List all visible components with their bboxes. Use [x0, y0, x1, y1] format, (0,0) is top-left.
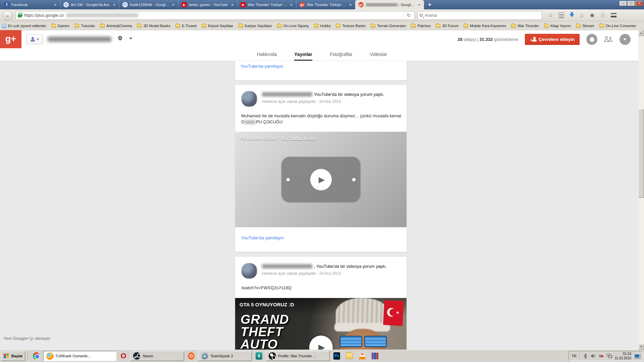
task-teamspeak[interactable]: TeamSpeak 3 — [198, 351, 252, 361]
tab-videolar[interactable]: Videolar — [370, 48, 387, 61]
bookmark-folder[interactable]: On-Line Sipariş — [277, 24, 309, 28]
notifications-button[interactable] — [586, 34, 597, 45]
youtube-video-thumbnail[interactable]: ★ GRAND THEFT AUTO GTA 5 OYNUYORUZ :D ▶ — [235, 298, 407, 350]
tray-clock[interactable]: 01:24 11.02.2016 — [615, 352, 631, 361]
device-error-icon[interactable] — [599, 353, 604, 359]
bookmark-most-visited[interactable]: En çok ziyaret edilenler — [2, 24, 46, 28]
video-title: GTA 5 OYNUYORUZ :D — [239, 302, 294, 307]
people-button[interactable] — [604, 36, 613, 42]
views-count: 31.332 — [479, 37, 493, 42]
chevron-down-icon[interactable] — [129, 38, 132, 41]
tab-google-search-1[interactable]: G AH-1W - Google'da Ara × — [60, 0, 119, 9]
bookmark-folder[interactable]: Games — [51, 24, 69, 28]
bookmark-folder[interactable]: Hobby — [314, 24, 331, 28]
profile-avatar-dropdown[interactable] — [26, 34, 43, 44]
bookmark-folder[interactable]: E-Ticaret — [175, 24, 197, 28]
tab-close-icon[interactable]: × — [290, 3, 293, 7]
play-button[interactable]: ▶ — [310, 169, 332, 190]
bookmark-folder[interactable]: Stream — [576, 24, 594, 28]
bookmark-folder[interactable]: Anime&Cinema — [100, 24, 132, 28]
scroll-down-arrow[interactable]: ▼ — [638, 344, 644, 350]
tab-youtube-1[interactable]: ▶ tankçı gamer - YouTube × — [178, 0, 237, 9]
vlc-launcher[interactable] — [357, 351, 368, 361]
opera-icon: O — [120, 352, 126, 360]
menu-icon[interactable] — [611, 13, 616, 17]
tab-close-icon[interactable]: × — [172, 3, 175, 7]
bookmark-folder[interactable]: Tutorials — [74, 24, 95, 28]
tab-close-icon[interactable]: × — [113, 3, 116, 7]
maximize-button[interactable]: □ — [628, 1, 635, 6]
hangouts-button[interactable]: ❞ — [620, 34, 631, 45]
chat-smiley-icon[interactable]: ☻ — [589, 12, 595, 18]
display-tray-icon[interactable] — [634, 354, 640, 358]
bookmark-folder[interactable]: Texture Banks — [336, 24, 366, 28]
avatar[interactable] — [241, 91, 257, 107]
reload-icon[interactable]: ↻ — [404, 12, 412, 18]
tab-googleplus-warthunder[interactable]: g+ War Thunder Türkiye - Google+ × — [296, 0, 355, 9]
tab-close-icon[interactable]: × — [54, 3, 57, 7]
avatar[interactable] — [241, 263, 257, 279]
start-button[interactable]: Başlat — [1, 351, 25, 361]
tab-google-search-2[interactable]: G Kadir1299Htlr - Google'da Ara × — [119, 0, 178, 9]
tab-youtube-2[interactable]: ▶ War Thunder Türkiye - YouTu... × — [237, 0, 296, 9]
downloads-icon[interactable] — [570, 14, 574, 19]
home-icon[interactable]: ⌂ — [580, 12, 583, 18]
folder-icon — [411, 24, 416, 28]
url-bar[interactable]: https://plus.google.co ↻ — [15, 11, 415, 20]
reading-list-icon[interactable] — [559, 12, 564, 18]
bookmark-folder[interactable]: Terrain Generator — [371, 24, 406, 28]
minimize-button[interactable]: – — [620, 1, 627, 6]
tab-facebook[interactable]: f Facebook × — [1, 0, 60, 9]
bookmark-folder[interactable]: 3D Forum — [436, 24, 459, 28]
bookmark-folder[interactable]: Kişisel Sayfalar — [202, 24, 233, 28]
bluetooth-icon[interactable] — [583, 353, 588, 359]
task-steam[interactable]: Steam — [130, 351, 184, 361]
tab-active-profile[interactable]: g+ - Googl... × — [355, 0, 424, 9]
location-pin-icon[interactable] — [117, 35, 123, 41]
tab-yayinlar[interactable]: Yayınlar — [294, 48, 312, 61]
origin-icon: O — [188, 352, 195, 360]
origin-launcher[interactable]: O — [185, 351, 197, 361]
bookmark-folder[interactable]: Kariyer Sayfaları — [238, 24, 272, 28]
try-new-gplus-link[interactable]: Yeni Google+'yı deneyin — [3, 336, 50, 341]
nav-toolbar: ← https://plus.google.co ↻ ☆ ⌂ ☻ — [0, 9, 644, 21]
bookmark-folder[interactable]: War Thunder — [511, 24, 539, 28]
search-input[interactable] — [425, 13, 525, 18]
back-button[interactable]: ← — [3, 10, 13, 20]
person-icon — [30, 37, 35, 42]
explorer-launcher[interactable] — [344, 351, 355, 361]
network-icon[interactable] — [607, 353, 612, 359]
task-obs[interactable]: Profile: War Thunder ... — [266, 351, 330, 361]
search-box[interactable] — [417, 11, 542, 20]
opera-launcher[interactable]: O — [118, 351, 129, 361]
reply-on-youtube-link[interactable]: YouTube'da yanıtlayın — [240, 64, 283, 69]
scrollbar[interactable]: ▲ ▼ — [638, 30, 644, 350]
tab-close-icon[interactable]: × — [418, 3, 421, 7]
scrollbar-thumb[interactable] — [638, 109, 644, 198]
bookmark-folder[interactable]: Patches — [411, 24, 431, 28]
photoshop-launcher[interactable]: Ps — [331, 351, 342, 361]
tab-close-icon[interactable]: × — [349, 3, 352, 7]
chrome-launcher[interactable] — [31, 351, 42, 361]
new-tab-button[interactable]: + — [424, 1, 435, 8]
gplus-logo[interactable]: g+ — [0, 30, 21, 48]
add-to-circles-button[interactable]: + Çevrelere ekleyin — [525, 34, 580, 45]
tab-hakkinda[interactable]: Hakkında — [257, 48, 277, 61]
task-firefox[interactable]: TURKadir Osmanlic... — [43, 351, 116, 361]
bookmark-folder[interactable]: On-Line Converter — [599, 24, 636, 28]
bookmark-folder[interactable]: Mobile Para Kazanımı — [464, 24, 506, 28]
language-indicator[interactable]: TR — [572, 354, 577, 358]
bookmark-folder[interactable]: 3D Model Banks — [137, 24, 170, 28]
tab-fotograflar[interactable]: Fotoğraflar — [330, 48, 353, 61]
bookmark-star-icon[interactable]: ☆ — [548, 12, 553, 18]
play-button[interactable]: ▶ — [309, 336, 333, 350]
winrar-launcher[interactable] — [369, 351, 381, 361]
scroll-up-arrow[interactable]: ▲ — [638, 30, 644, 36]
tab-close-icon[interactable]: × — [231, 3, 234, 7]
volume-icon[interactable] — [591, 353, 596, 359]
bookmark-folder[interactable]: Kitap Yazımı — [544, 24, 571, 28]
teal-app-launcher[interactable]: 6 — [253, 351, 265, 361]
reply-on-youtube-link[interactable]: YouTube'da yanıtlayın — [241, 235, 284, 240]
close-button[interactable]: × — [636, 1, 643, 6]
youtube-video-embed[interactable]: Fethullah Gülen : Bir baba hindi ▶ — [235, 132, 407, 227]
